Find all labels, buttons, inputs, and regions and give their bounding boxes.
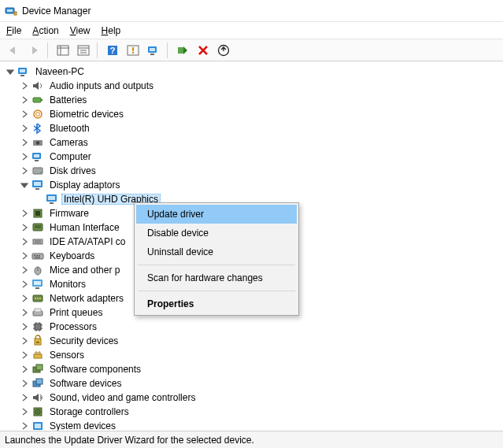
tree-category-label: Cameras (47, 137, 91, 148)
expander-icon[interactable] (17, 121, 31, 135)
expander-icon[interactable] (17, 334, 31, 348)
expander-icon[interactable] (17, 107, 31, 121)
tree-category-disk[interactable]: Disk drives (3, 164, 503, 178)
storage-icon (31, 405, 44, 418)
expander-icon[interactable] (17, 164, 31, 178)
svg-rect-16 (150, 48, 155, 51)
expander-icon[interactable] (17, 362, 31, 376)
expander-icon[interactable] (17, 206, 31, 220)
hid-icon (31, 221, 44, 234)
expander-icon[interactable] (17, 391, 31, 405)
svg-rect-21 (20, 69, 25, 72)
svg-rect-52 (35, 257, 40, 258)
sound-icon (31, 391, 44, 404)
svg-rect-84 (35, 424, 41, 428)
expander-icon[interactable] (17, 320, 31, 334)
expander-icon[interactable] (17, 79, 31, 93)
context-separator (138, 291, 295, 291)
tree-category-label: Biometric devices (47, 109, 126, 120)
tree-category-display[interactable]: Display adaptors (3, 178, 503, 192)
expander-icon[interactable] (17, 93, 31, 107)
properties-button[interactable] (75, 42, 92, 59)
menu-view[interactable]: View (70, 25, 91, 36)
software_devices-icon (31, 377, 44, 390)
tree-category-software_devices[interactable]: Software devices (3, 376, 503, 391)
expander-icon[interactable] (17, 376, 31, 391)
tree-category-computer[interactable]: Computer (3, 150, 503, 164)
tree-category-label: Network adapters (47, 293, 126, 304)
svg-rect-63 (35, 309, 41, 312)
context-disable-device[interactable]: Disable device (136, 224, 297, 243)
svg-rect-79 (36, 379, 43, 384)
tree-category-label: Sound, video and game controllers (47, 392, 198, 403)
tree-category-label: Batteries (47, 94, 89, 106)
expander-icon[interactable] (17, 405, 31, 419)
expander-icon[interactable] (17, 305, 31, 320)
batteries-icon (31, 94, 44, 106)
tree-category-label: Bluetooth (47, 123, 92, 134)
tree-category-biometric[interactable]: Biometric devices (3, 107, 503, 121)
forward-button (25, 42, 43, 59)
expander-icon[interactable] (17, 249, 31, 263)
processors-icon (31, 320, 44, 333)
tree-category-label: Keyboards (47, 250, 97, 261)
uninstall-device-button[interactable] (194, 42, 212, 59)
tree-category-audio[interactable]: Audio inputs and outputs (3, 79, 503, 93)
svg-point-59 (35, 298, 36, 299)
show-hide-tree-button[interactable] (54, 42, 72, 59)
tree-category-security[interactable]: Security devices (3, 334, 503, 348)
context-separator (138, 265, 295, 265)
action-center-button[interactable] (124, 42, 142, 59)
enable-device-button[interactable] (174, 42, 191, 59)
tree-category-bluetooth[interactable]: Bluetooth (3, 121, 503, 135)
computer-icon (31, 150, 44, 163)
tree-category-batteries[interactable]: Batteries (3, 93, 503, 107)
expander-icon[interactable] (17, 263, 31, 277)
scan-hardware-button[interactable] (145, 42, 162, 59)
expander-icon[interactable] (17, 178, 31, 192)
tree-category-label: Sensors (47, 350, 87, 361)
expander-icon[interactable] (17, 150, 31, 164)
tree-category-storage[interactable]: Storage controllers (3, 405, 503, 419)
firmware-icon (31, 207, 44, 220)
menu-help[interactable]: Help (102, 25, 121, 36)
svg-rect-39 (50, 202, 54, 204)
help-button[interactable]: ? (104, 42, 121, 59)
expander-icon[interactable] (17, 419, 31, 431)
tree-category-label: Storage controllers (47, 406, 131, 417)
computer-icon (17, 65, 30, 78)
tree-category-label: Audio inputs and outputs (47, 80, 156, 91)
svg-rect-74 (36, 342, 39, 343)
toolbar-separator (97, 43, 98, 58)
menu-action[interactable]: Action (32, 25, 58, 36)
svg-rect-35 (34, 182, 41, 186)
tree-category-label: Display adaptors (47, 180, 122, 191)
context-uninstall-device[interactable]: Uninstall device (136, 243, 297, 261)
expander-icon[interactable] (17, 135, 31, 150)
context-update-driver[interactable]: Update driver (136, 205, 297, 224)
monitors-icon (31, 278, 44, 291)
tree-category-processors[interactable]: Processors (3, 320, 503, 334)
tree-root[interactable]: Naveen-PC (3, 65, 503, 79)
update-driver-button[interactable] (215, 42, 232, 59)
expander-icon[interactable] (17, 348, 31, 362)
menu-file[interactable]: File (6, 25, 21, 36)
svg-rect-31 (35, 160, 39, 161)
expander-icon[interactable] (3, 65, 17, 79)
tree-category-system[interactable]: System devices (3, 419, 503, 431)
tree-category-label: Mice and other p (47, 265, 122, 276)
context-scan-hardware[interactable]: Scan for hardware changes (136, 268, 297, 287)
tree-category-software_components[interactable]: Software components (3, 362, 503, 376)
tree-category-cameras[interactable]: Cameras (3, 135, 503, 150)
svg-point-61 (39, 298, 41, 299)
expander-icon[interactable] (17, 277, 31, 291)
context-properties[interactable]: Properties (136, 294, 297, 313)
svg-text:?: ? (110, 46, 116, 55)
expander-icon[interactable] (17, 220, 31, 235)
back-button (5, 42, 22, 59)
tree-category-sensors[interactable]: Sensors (3, 348, 503, 362)
display-icon (31, 179, 44, 191)
expander-icon[interactable] (17, 291, 31, 305)
tree-category-sound[interactable]: Sound, video and game controllers (3, 391, 503, 405)
expander-icon[interactable] (17, 235, 31, 249)
